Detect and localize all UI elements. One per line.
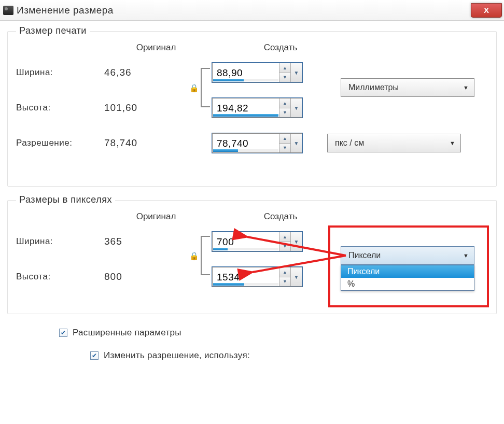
resolution-original-value: 78,740 xyxy=(104,137,198,149)
px-width-spin-dropdown[interactable]: ▼ xyxy=(290,232,302,251)
print-unit-value: Миллиметры xyxy=(348,83,399,92)
px-width-spin-down[interactable]: ▼ xyxy=(279,242,290,251)
px-height-original-value: 800 xyxy=(104,271,198,282)
pixel-unit-dropdown-list[interactable]: Пиксели % xyxy=(341,265,474,291)
pixel-unit-value: Пиксели xyxy=(348,251,381,260)
height-label: Высота: xyxy=(16,103,104,113)
group-pixel-size: Размеры в пикселях Оригинал Создать 🔒 Ши… xyxy=(7,200,497,314)
change-resolution-checkbox[interactable]: ✔ xyxy=(90,351,99,360)
px-width-label: Ширина: xyxy=(16,236,104,247)
lock-icon: 🔒 xyxy=(189,83,199,93)
pixel-unit-combo[interactable]: Пиксели ▼ xyxy=(341,246,474,265)
app-icon xyxy=(3,6,13,15)
group-print-size: Размер печати Оригинал Создать 🔒 Ширина:… xyxy=(7,31,497,187)
height-spin-up[interactable]: ▲ xyxy=(279,98,290,108)
width-spin-dropdown[interactable]: ▼ xyxy=(290,63,302,82)
group-title-pixels: Размеры в пикселях xyxy=(16,194,115,205)
width-spinner[interactable]: ▲ ▼ ▼ xyxy=(212,63,302,82)
change-resolution-label: Изменить разрешение, используя: xyxy=(104,350,250,361)
resolution-spin-dropdown[interactable]: ▼ xyxy=(290,134,302,152)
chevron-down-icon: ▼ xyxy=(450,140,455,146)
lock-icon-px: 🔒 xyxy=(189,251,199,261)
resolution-spinner[interactable]: ▲ ▼ ▼ xyxy=(212,133,302,153)
px-height-spin-down[interactable]: ▼ xyxy=(279,277,290,287)
height-original-value: 101,60 xyxy=(104,102,198,114)
width-spin-up[interactable]: ▲ xyxy=(279,63,290,73)
chevron-down-icon: ▼ xyxy=(463,84,469,91)
width-spin-down[interactable]: ▼ xyxy=(279,73,290,82)
height-spin-dropdown[interactable]: ▼ xyxy=(290,98,302,117)
pixel-unit-option-pixels[interactable]: Пиксели xyxy=(341,265,474,278)
col-header-create-px: Создать xyxy=(218,211,343,222)
px-width-spin-up[interactable]: ▲ xyxy=(279,232,290,242)
close-icon: X xyxy=(484,6,489,15)
height-spin-down[interactable]: ▼ xyxy=(279,108,290,118)
advanced-params-label: Расширенные параметры xyxy=(73,328,181,338)
resolution-unit-value: пкс / см xyxy=(335,138,364,148)
resolution-spin-down[interactable]: ▼ xyxy=(279,144,290,153)
advanced-params-checkbox[interactable]: ✔ xyxy=(59,329,67,337)
titlebar: Изменение размера X xyxy=(0,0,504,21)
height-spinner[interactable]: ▲ ▼ ▼ xyxy=(212,98,302,118)
chevron-down-icon: ▼ xyxy=(463,252,469,259)
resolution-unit-combo[interactable]: пкс / см ▼ xyxy=(327,134,461,152)
group-title-print: Размер печати xyxy=(16,25,90,36)
close-button[interactable]: X xyxy=(471,3,502,18)
px-height-spin-up[interactable]: ▲ xyxy=(279,267,290,277)
col-header-create: Создать xyxy=(218,43,343,53)
print-unit-combo[interactable]: Миллиметры ▼ xyxy=(341,78,474,97)
px-height-spin-dropdown[interactable]: ▼ xyxy=(290,267,302,286)
px-width-original-value: 365 xyxy=(104,236,198,247)
pixel-unit-option-percent[interactable]: % xyxy=(341,278,474,290)
px-height-label: Высота: xyxy=(16,272,104,282)
width-label: Ширина: xyxy=(16,67,104,78)
resolution-label: Разрешение: xyxy=(16,138,104,148)
width-original-value: 46,36 xyxy=(104,67,198,78)
advanced-params-checkbox-row: ✔ Расширенные параметры xyxy=(59,328,497,338)
col-header-original-px: Оригинал xyxy=(94,211,218,222)
resolution-spin-up[interactable]: ▲ xyxy=(279,134,290,144)
px-height-spinner[interactable]: ▲ ▼ ▼ xyxy=(212,267,302,287)
px-width-spinner[interactable]: ▲ ▼ ▼ xyxy=(212,232,302,251)
col-header-original: Оригинал xyxy=(94,43,218,53)
change-resolution-checkbox-row: ✔ Изменить разрешение, используя: xyxy=(90,350,497,361)
window-title: Изменение размера xyxy=(17,5,114,16)
